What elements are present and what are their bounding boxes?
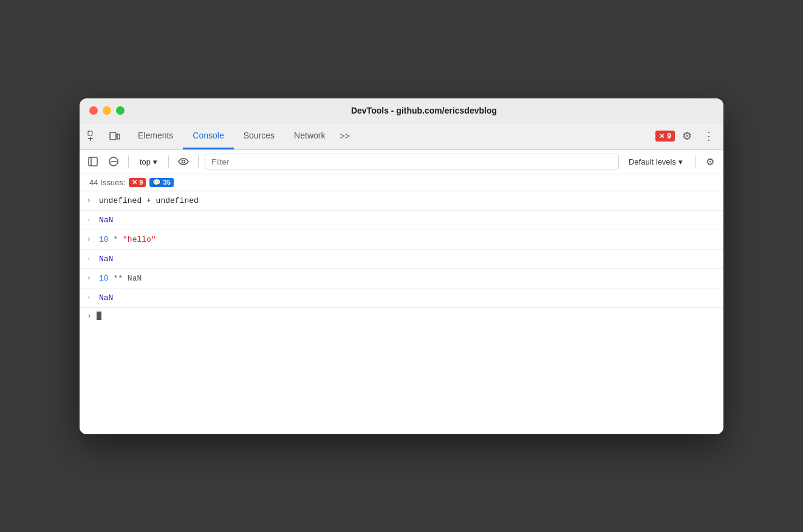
console-row-2: ‹ NaN [80,211,723,230]
toolbar-divider-1 [128,155,129,168]
console-expression-5: 10 ** NaN [99,274,142,283]
return-arrow-6: ‹ [87,294,94,301]
window-title: DevTools - github.com/ericsdevblog [134,106,714,115]
svg-rect-0 [88,131,92,135]
maximize-button[interactable] [116,106,125,115]
toolbar-divider-4 [695,155,695,168]
return-arrow-2: ‹ [87,216,94,223]
error-count-badge[interactable]: ✕ 9 [655,131,675,142]
input-prompt: › [87,312,92,321]
issues-label: 44 Issues: [89,178,125,187]
javascript-context-selector[interactable]: top ▾ [135,155,162,169]
clear-console-button[interactable] [105,153,122,170]
console-result-2: NaN [99,216,113,225]
console-input-row[interactable]: › [80,308,723,324]
more-tabs-button[interactable]: >> [335,131,354,141]
tab-icon-group [84,128,123,145]
sidebar-toggle-button[interactable] [84,153,101,170]
dropdown-arrow-icon: ▾ [153,157,157,166]
console-output: › undefined + undefined ‹ NaN › 10 * "he… [80,191,723,434]
console-expression-3: 10 * "hello" [99,235,156,244]
expand-arrow-5[interactable]: › [87,275,94,282]
svg-point-7 [182,160,185,163]
console-row-1[interactable]: › undefined + undefined [80,191,723,211]
console-expression-1: undefined + undefined [99,196,199,205]
console-result-4: NaN [99,254,113,264]
close-button[interactable] [89,106,98,115]
minimize-button[interactable] [103,106,111,115]
tab-sources[interactable]: Sources [234,123,284,149]
title-bar: DevTools - github.com/ericsdevblog [80,98,723,123]
tab-bar-right: ✕ 9 ⚙ ⋮ [655,126,719,146]
tab-elements[interactable]: Elements [128,123,183,149]
return-arrow-4: ‹ [87,255,94,262]
issues-error-x-icon: ✕ [132,179,137,186]
eye-filter-button[interactable] [175,153,192,170]
more-options-icon[interactable]: ⋮ [699,126,719,146]
main-tabs: Elements Console Sources Network >> [128,123,655,149]
device-toggle-icon[interactable] [106,128,123,145]
svg-rect-2 [117,134,120,139]
tab-network[interactable]: Network [284,123,335,149]
svg-rect-1 [110,132,116,140]
devtools-window: DevTools - github.com/ericsdevblog Eleme… [80,98,723,434]
input-cursor [97,312,101,320]
console-row-4: ‹ NaN [80,250,723,269]
traffic-lights [89,106,125,115]
filter-input[interactable] [205,154,619,169]
console-row-3[interactable]: › 10 * "hello" [80,230,723,250]
console-result-6: NaN [99,293,113,302]
levels-arrow-icon: ▾ [678,157,683,166]
issues-error-badge[interactable]: ✕ 9 [129,178,146,187]
devtools-tab-bar: Elements Console Sources Network >> ✕ 9 … [80,123,723,150]
svg-rect-3 [89,157,97,166]
issues-info-icon: 💬 [152,179,161,186]
issues-bar: 44 Issues: ✕ 9 💬 35 [80,174,723,191]
error-x-icon: ✕ [659,132,665,140]
console-settings-icon[interactable]: ⚙ [702,153,719,170]
console-row-6: ‹ NaN [80,288,723,308]
tab-console[interactable]: Console [183,123,233,149]
settings-icon[interactable]: ⚙ [677,126,697,146]
toolbar-divider-2 [168,155,169,168]
toolbar-divider-3 [198,155,199,168]
expand-arrow-3[interactable]: › [87,236,94,243]
console-row-5[interactable]: › 10 ** NaN [80,269,723,288]
issues-info-badge[interactable]: 💬 35 [149,178,173,187]
console-toolbar: top ▾ Default levels ▾ ⚙ [80,150,723,174]
inspect-element-icon[interactable] [84,128,101,145]
expand-arrow-1[interactable]: › [87,197,94,204]
log-levels-dropdown[interactable]: Default levels ▾ [623,155,689,169]
